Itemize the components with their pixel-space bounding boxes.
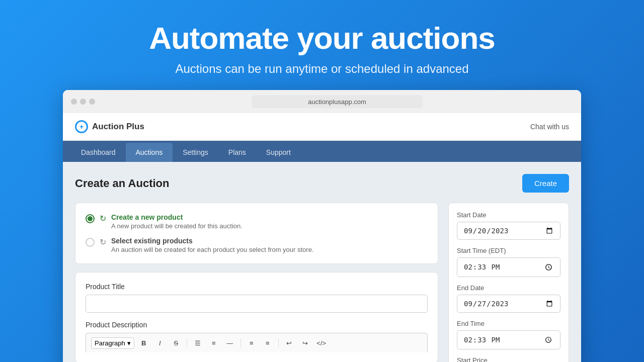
product-form-card: Product Title Product Description Paragr… xyxy=(75,272,438,362)
end-time-container xyxy=(457,330,560,350)
strikethrough-button[interactable]: S xyxy=(170,336,183,349)
tab-dashboard[interactable]: Dashboard xyxy=(71,143,126,162)
product-desc-label: Product Description xyxy=(86,321,428,329)
radio-option-new[interactable]: ↻ Create a new product A new product wil… xyxy=(86,213,428,230)
start-date-input[interactable] xyxy=(457,222,560,240)
product-title-label: Product Title xyxy=(86,283,428,291)
start-date-container xyxy=(457,222,560,240)
radio-new-text: Create a new product A new product will … xyxy=(111,213,243,230)
main-content: Create an Auction Create ↻ Create a new … xyxy=(63,162,581,362)
tab-plans[interactable]: Plans xyxy=(218,143,256,162)
end-date-input[interactable] xyxy=(457,295,560,313)
radio-existing-circle[interactable] xyxy=(86,238,95,247)
toolbar-divider-1 xyxy=(187,338,187,347)
browser-dot-red xyxy=(71,99,77,105)
left-column: ↻ Create a new product A new product wil… xyxy=(75,203,438,362)
paragraph-label: Paragraph xyxy=(95,339,125,347)
toolbar-divider-3 xyxy=(278,338,279,347)
start-price-label: Start Price xyxy=(457,356,560,362)
logo-text: Auction Plus xyxy=(92,122,144,132)
ordered-list-button[interactable]: ≡ xyxy=(207,336,220,349)
hero-section: Automate your auctions Auctions can be r… xyxy=(0,0,644,76)
nav-tabs: Dashboard Auctions Settings Plans Suppor… xyxy=(63,141,581,162)
app-logo: + Auction Plus xyxy=(75,120,144,133)
undo-button[interactable]: ↩ xyxy=(283,336,296,349)
refresh-icon-green: ↻ xyxy=(100,214,106,223)
align-right-button[interactable]: ≡ xyxy=(261,336,274,349)
hr-button[interactable]: — xyxy=(223,336,236,349)
browser-dots xyxy=(71,99,95,105)
toolbar-divider-2 xyxy=(240,338,241,347)
address-bar: auctionplusapp.com xyxy=(252,95,423,108)
chevron-down-icon: ▾ xyxy=(127,339,131,347)
editor-toolbar: Paragraph ▾ B I S ☰ ≡ — ≡ ≡ xyxy=(86,333,428,352)
browser-window: auctionplusapp.com + Auction Plus Chat w… xyxy=(63,90,581,362)
radio-existing-label: Select existing products xyxy=(111,237,313,245)
radio-existing-desc: An auction will be created for each prod… xyxy=(111,246,313,253)
start-time-input[interactable] xyxy=(457,257,560,277)
product-selection-card: ↻ Create a new product A new product wil… xyxy=(75,203,438,264)
start-date-label: Start Date xyxy=(457,211,560,219)
end-date-container xyxy=(457,295,560,313)
align-center-button[interactable]: ≡ xyxy=(245,336,258,349)
page-header: Create an Auction Create xyxy=(75,174,569,193)
create-button[interactable]: Create xyxy=(522,174,569,193)
url-text: auctionplusapp.com xyxy=(308,98,366,106)
date-fields-group: Start Date Start Time (EDT) End Date xyxy=(448,203,569,362)
unordered-list-button[interactable]: ☰ xyxy=(191,336,204,349)
product-title-input[interactable] xyxy=(86,295,428,313)
hero-subtitle: Auctions can be run anytime or scheduled… xyxy=(10,62,634,76)
bold-button[interactable]: B xyxy=(137,336,150,349)
code-button[interactable]: </> xyxy=(315,336,328,349)
refresh-icon-gray: ↻ xyxy=(100,237,106,247)
content-columns: ↻ Create a new product A new product wil… xyxy=(75,203,569,362)
radio-existing-text: Select existing products An auction will… xyxy=(111,237,313,253)
start-time-container xyxy=(457,257,560,277)
browser-dot-yellow xyxy=(80,99,86,105)
paragraph-select[interactable]: Paragraph ▾ xyxy=(91,337,134,349)
radio-new-label: Create a new product xyxy=(111,213,243,221)
logo-icon: + xyxy=(75,120,88,133)
tab-support[interactable]: Support xyxy=(256,143,301,162)
redo-button[interactable]: ↪ xyxy=(299,336,312,349)
chat-link[interactable]: Chat with us xyxy=(530,123,569,131)
italic-button[interactable]: I xyxy=(153,336,167,349)
hero-title: Automate your auctions xyxy=(10,20,634,56)
right-column: Start Date Start Time (EDT) End Date xyxy=(448,203,569,362)
radio-new-circle[interactable] xyxy=(86,214,95,223)
start-time-label: Start Time (EDT) xyxy=(457,247,560,254)
radio-option-existing[interactable]: ↻ Select existing products An auction wi… xyxy=(86,237,428,253)
app-navbar: + Auction Plus Chat with us xyxy=(63,113,581,141)
end-time-input[interactable] xyxy=(457,330,560,350)
browser-dot-green xyxy=(89,99,95,105)
tab-auctions[interactable]: Auctions xyxy=(126,143,173,162)
browser-chrome: auctionplusapp.com xyxy=(63,90,581,113)
page-title: Create an Auction xyxy=(75,177,169,190)
radio-new-desc: A new product will be created for this a… xyxy=(111,222,243,230)
end-date-label: End Date xyxy=(457,284,560,292)
tab-settings[interactable]: Settings xyxy=(173,143,218,162)
end-time-label: End Time xyxy=(457,320,560,327)
